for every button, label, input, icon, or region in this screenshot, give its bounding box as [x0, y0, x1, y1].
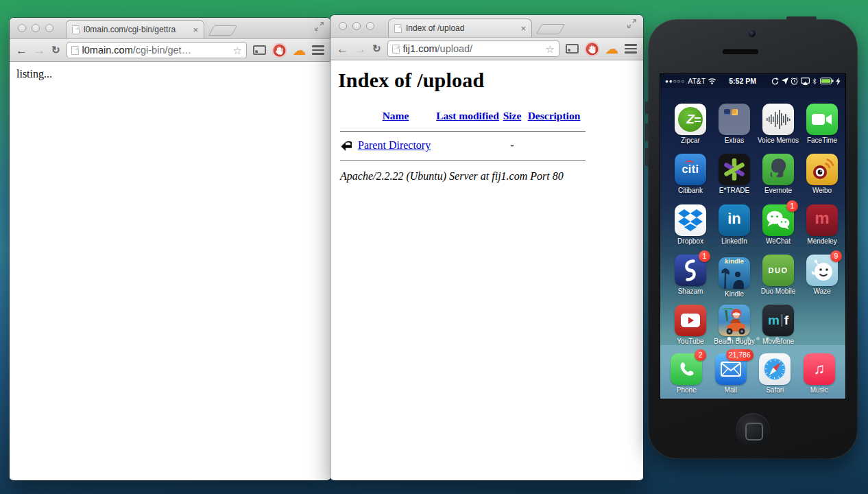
- etrade-app-icon[interactable]: [719, 154, 750, 185]
- linkedin-in-logo: in: [727, 211, 741, 229]
- window-controls[interactable]: [339, 22, 374, 30]
- app-label: Weibo: [800, 187, 844, 194]
- wechat-app-icon[interactable]: 1: [762, 204, 794, 236]
- zoom-window-button[interactable]: [45, 24, 53, 32]
- close-window-button[interactable]: [18, 24, 26, 32]
- app-shazam[interactable]: 1 Shazam: [668, 255, 712, 295]
- app-duo-mobile[interactable]: DUO Duo Mobile: [756, 255, 800, 295]
- app-phone[interactable]: 2 Phone: [666, 353, 707, 394]
- zipcar-app-icon[interactable]: Z: [675, 104, 706, 135]
- back-button[interactable]: ←: [16, 45, 27, 56]
- forward-button[interactable]: →: [354, 43, 366, 55]
- address-bar[interactable]: fij1.com/upload/ ☆: [387, 40, 559, 57]
- app-waze[interactable]: 9 Waze: [800, 255, 844, 295]
- home-button[interactable]: [736, 413, 770, 447]
- mendeley-app-icon[interactable]: m: [806, 204, 838, 236]
- back-button[interactable]: ←: [337, 43, 348, 55]
- mute-switch[interactable]: [645, 102, 649, 114]
- app-mail[interactable]: 21,786 Mail: [710, 353, 751, 394]
- fullscreen-icon[interactable]: [627, 19, 636, 28]
- url-text[interactable]: l0main.com/cgi-bin/get…: [82, 45, 230, 56]
- safari-app-icon[interactable]: [759, 353, 791, 385]
- extras-folder-icon[interactable]: [719, 104, 750, 135]
- app-zipcar[interactable]: Z Zipcar: [668, 104, 712, 144]
- status-bar: ●●○○○ AT&T 5:52 PM: [660, 74, 845, 88]
- address-bar[interactable]: l0main.com/cgi-bin/get… ☆: [67, 42, 247, 58]
- cloud-extension-icon[interactable]: ☁: [605, 43, 618, 56]
- close-window-button[interactable]: [339, 22, 347, 30]
- url-text[interactable]: fij1.com/upload/: [403, 43, 542, 54]
- kindle-app-icon[interactable]: kindle: [719, 257, 750, 289]
- cloud-extension-icon[interactable]: ☁: [293, 44, 306, 57]
- sort-name-link[interactable]: Name: [383, 110, 409, 121]
- menu-icon[interactable]: [312, 45, 324, 55]
- reload-button[interactable]: ↻: [51, 44, 60, 56]
- minimize-window-button[interactable]: [32, 24, 40, 32]
- parent-directory-link[interactable]: Parent Directory: [358, 139, 431, 151]
- tab-close-icon[interactable]: ×: [520, 24, 526, 33]
- minimize-window-button[interactable]: [352, 22, 361, 30]
- phone-app-icon[interactable]: 2: [671, 353, 702, 385]
- reload-button[interactable]: ↻: [372, 43, 381, 55]
- volume-up-button[interactable]: [645, 124, 649, 141]
- cast-icon[interactable]: [566, 44, 579, 54]
- app-linkedin[interactable]: in LinkedIn: [712, 204, 756, 245]
- sort-last-modified-link[interactable]: Last modified: [436, 110, 499, 121]
- weibo-app-icon[interactable]: [806, 154, 838, 185]
- beach-buggy-app-icon[interactable]: [719, 305, 750, 336]
- app-label: Voice Memos: [756, 137, 800, 144]
- fullscreen-icon[interactable]: [315, 22, 324, 31]
- voice-memos-app-icon[interactable]: [762, 104, 794, 135]
- youtube-app-icon[interactable]: [675, 305, 706, 336]
- menu-icon[interactable]: [625, 44, 637, 54]
- waze-app-icon[interactable]: 9: [806, 255, 838, 286]
- new-tab-button[interactable]: [536, 24, 566, 34]
- forward-button[interactable]: →: [34, 45, 45, 56]
- linkedin-app-icon[interactable]: in: [719, 204, 750, 236]
- window-controls[interactable]: [18, 24, 53, 32]
- app-etrade[interactable]: E*TRADE: [712, 154, 756, 194]
- app-mendeley[interactable]: m Mendeley: [800, 204, 844, 245]
- duo-mobile-app-icon[interactable]: DUO: [762, 255, 794, 286]
- page-favicon: [71, 46, 79, 55]
- volume-down-button[interactable]: [645, 148, 649, 166]
- app-evernote[interactable]: Evernote: [756, 154, 800, 194]
- app-safari[interactable]: Safari: [754, 353, 795, 394]
- cast-icon[interactable]: [253, 45, 266, 55]
- browser-tab[interactable]: Index of /upload ×: [388, 19, 532, 37]
- music-app-icon[interactable]: ♫: [804, 353, 835, 385]
- tab-close-icon[interactable]: ×: [193, 25, 198, 34]
- browser-tab[interactable]: l0main.com/cgi-bin/gettra ×: [66, 20, 204, 38]
- new-tab-button[interactable]: [208, 25, 238, 36]
- zoom-window-button[interactable]: [366, 22, 374, 30]
- page-dot-active: [727, 337, 731, 340]
- app-wechat[interactable]: 1 WeChat: [756, 204, 800, 245]
- app-weibo[interactable]: Weibo: [800, 154, 844, 194]
- kindle-wordmark: kindle: [719, 257, 750, 265]
- moviefone-divider: [782, 314, 782, 327]
- power-button[interactable]: [786, 16, 817, 20]
- dropbox-app-icon[interactable]: [675, 204, 706, 236]
- app-citibank[interactable]: citi Citibank: [668, 154, 712, 194]
- dock: 2 Phone 21,786 Mail Safari ♫: [660, 345, 845, 399]
- app-dropbox[interactable]: Dropbox: [668, 204, 712, 245]
- mail-app-icon[interactable]: 21,786: [715, 353, 747, 385]
- app-voice-memos[interactable]: Voice Memos: [756, 104, 800, 144]
- folder-extras[interactable]: Extras: [712, 104, 756, 144]
- app-music[interactable]: ♫ Music: [799, 353, 840, 394]
- sort-description-link[interactable]: Description: [528, 110, 581, 121]
- facetime-app-icon[interactable]: [806, 104, 838, 135]
- shazam-app-icon[interactable]: 1: [675, 255, 706, 286]
- sort-size-link[interactable]: Size: [503, 110, 522, 121]
- bookmark-star-icon[interactable]: ☆: [546, 44, 555, 54]
- page-dot: [747, 337, 750, 340]
- adblock-hand-icon[interactable]: [272, 43, 287, 58]
- evernote-app-icon[interactable]: [762, 154, 794, 185]
- app-label: E*TRADE: [712, 187, 756, 194]
- adblock-hand-icon[interactable]: [585, 42, 599, 56]
- citibank-app-icon[interactable]: citi: [675, 154, 706, 185]
- moviefone-app-icon[interactable]: m f: [762, 305, 794, 336]
- app-facetime[interactable]: FaceTime: [800, 104, 844, 144]
- bookmark-star-icon[interactable]: ☆: [233, 45, 242, 56]
- app-kindle[interactable]: kindle Kindle: [712, 255, 756, 298]
